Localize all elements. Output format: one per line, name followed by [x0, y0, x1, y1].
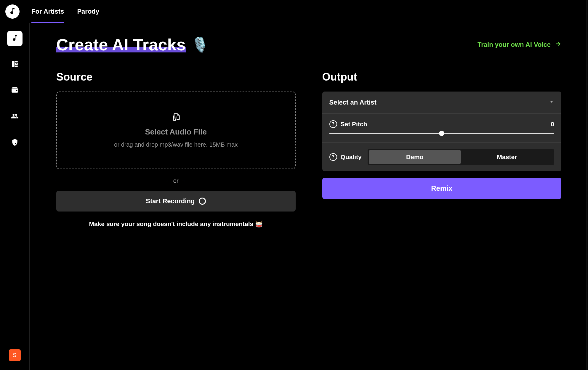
- pitch-slider[interactable]: [329, 133, 555, 134]
- quality-label: Quality: [341, 153, 362, 161]
- music-note-icon: [8, 7, 17, 16]
- wallet-icon: [11, 86, 19, 95]
- option-label: Master: [497, 153, 517, 161]
- remix-button[interactable]: Remix: [322, 178, 562, 199]
- columns: Source Select Audio File or drag and dro…: [56, 71, 561, 228]
- dropzone-title: Select Audio File: [145, 127, 207, 137]
- people-icon: [11, 112, 19, 121]
- or-label: or: [173, 177, 179, 184]
- pitch-label-group: ? Set Pitch: [329, 120, 367, 128]
- start-recording-button[interactable]: Start Recording: [56, 191, 296, 212]
- main-content: Create AI Tracks 🎙️ Train your own AI Vo…: [30, 23, 588, 370]
- top-nav: For Artists Parody: [0, 0, 588, 23]
- tab-for-artists[interactable]: For Artists: [31, 0, 64, 23]
- user-avatar[interactable]: S: [9, 349, 21, 361]
- top-tabs: For Artists Parody: [31, 0, 99, 23]
- train-voice-link[interactable]: Train your own AI Voice: [478, 41, 561, 49]
- output-column: Output Select an Artist ? Set Pitch: [322, 71, 562, 228]
- audio-file-icon: [172, 113, 180, 123]
- or-divider: or: [56, 177, 296, 184]
- grid-plus-icon: [11, 60, 19, 69]
- pitch-value: 0: [551, 121, 554, 128]
- train-link-label: Train your own AI Voice: [478, 41, 551, 49]
- app-logo[interactable]: [5, 4, 20, 19]
- source-column: Source Select Audio File or drag and dro…: [56, 71, 296, 228]
- avatar-letter: S: [13, 352, 16, 358]
- record-circle-icon: [199, 198, 206, 205]
- sidebar-user: S: [9, 349, 21, 361]
- dropzone-subtitle: or drag and drop mp3/wav file here. 15MB…: [114, 141, 238, 148]
- tab-parody[interactable]: Parody: [77, 0, 99, 23]
- pitch-header: ? Set Pitch 0: [329, 120, 555, 128]
- tab-label: Parody: [77, 8, 99, 15]
- sidebar: S: [0, 23, 30, 370]
- shield-icon: [11, 138, 19, 147]
- slider-thumb[interactable]: [439, 131, 444, 136]
- quality-toggle: Demo Master: [368, 149, 554, 165]
- sidebar-item-security[interactable]: [7, 135, 23, 150]
- tab-label: For Artists: [31, 8, 64, 15]
- help-icon[interactable]: ?: [329, 153, 337, 161]
- output-panel: Select an Artist ? Set Pitch 0: [322, 92, 562, 171]
- quality-option-demo[interactable]: Demo: [369, 150, 461, 164]
- sidebar-item-create[interactable]: [7, 31, 23, 46]
- sidebar-item-wallet[interactable]: [7, 83, 23, 98]
- artist-select-label: Select an Artist: [329, 99, 376, 106]
- page-title: Create AI Tracks 🎙️: [56, 35, 209, 54]
- quality-label-group: ? Quality: [329, 153, 362, 161]
- pitch-label: Set Pitch: [341, 121, 367, 128]
- source-heading: Source: [56, 71, 296, 83]
- sidebar-item-dashboard[interactable]: [7, 57, 23, 72]
- remix-label: Remix: [431, 184, 452, 192]
- music-note-icon: [11, 34, 19, 43]
- microphone-emoji: 🎙️: [191, 36, 209, 53]
- divider-line: [56, 181, 168, 181]
- record-label: Start Recording: [146, 197, 195, 205]
- audio-dropzone[interactable]: Select Audio File or drag and drop mp3/w…: [56, 92, 296, 169]
- page-header: Create AI Tracks 🎙️ Train your own AI Vo…: [56, 35, 561, 54]
- pitch-section: ? Set Pitch 0: [322, 114, 562, 143]
- quality-section: ? Quality Demo Master: [322, 143, 562, 171]
- help-icon[interactable]: ?: [329, 120, 337, 128]
- arrow-right-icon: [555, 41, 561, 49]
- page-title-text: Create AI Tracks: [56, 35, 186, 54]
- output-heading: Output: [322, 71, 562, 83]
- artist-select[interactable]: Select an Artist: [322, 92, 562, 114]
- sidebar-item-community[interactable]: [7, 109, 23, 124]
- instrumental-hint: Make sure your song doesn't include any …: [56, 220, 296, 228]
- chevron-down-icon: [549, 99, 554, 106]
- quality-option-master[interactable]: Master: [461, 150, 553, 164]
- option-label: Demo: [406, 153, 423, 161]
- divider-line: [184, 181, 296, 181]
